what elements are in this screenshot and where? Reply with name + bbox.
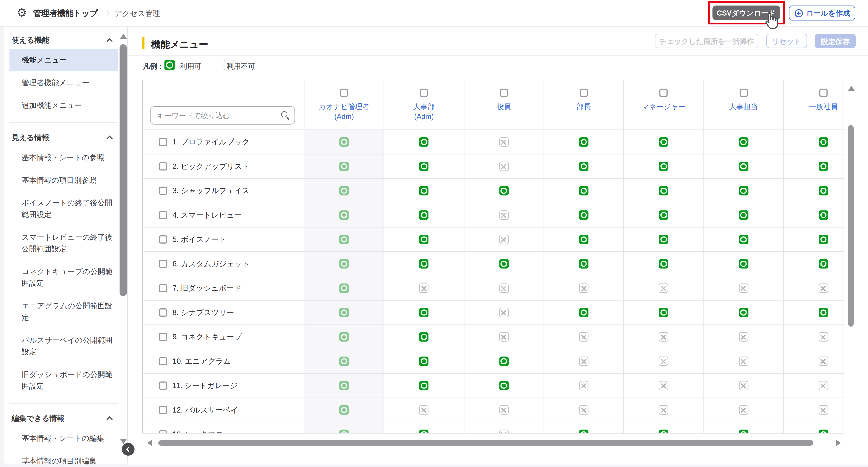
- permission-cell[interactable]: [464, 154, 544, 178]
- role-name-link[interactable]: 役員: [497, 102, 511, 112]
- permission-cell[interactable]: [464, 374, 544, 398]
- sidebar-item[interactable]: スマートレビューの終了後公開範囲設定: [9, 226, 119, 260]
- sidebar-item[interactable]: 機能メニュー: [9, 49, 119, 71]
- table-horizontal-scrollbar[interactable]: [147, 439, 842, 446]
- sidebar-scrollbar[interactable]: [119, 27, 128, 465]
- permission-cell[interactable]: [784, 301, 844, 324]
- breadcrumb-root[interactable]: 管理者機能トップ: [33, 8, 98, 19]
- permission-cell[interactable]: [784, 252, 844, 276]
- permission-cell[interactable]: [304, 252, 384, 276]
- permission-cell[interactable]: [384, 301, 464, 324]
- permission-cell[interactable]: [544, 179, 624, 203]
- sidebar-item[interactable]: 旧ダッシュボードの公開範囲設定: [9, 363, 119, 398]
- role-select-checkbox[interactable]: [340, 89, 348, 97]
- permission-cell[interactable]: [464, 398, 544, 422]
- permission-cell[interactable]: [544, 227, 624, 251]
- sidebar-item[interactable]: 基本情報・シートの編集: [9, 427, 119, 449]
- feature-checkbox[interactable]: [159, 308, 167, 317]
- permission-cell[interactable]: [784, 130, 844, 154]
- feature-checkbox[interactable]: [159, 211, 167, 219]
- permission-cell[interactable]: [304, 398, 384, 422]
- permission-cell[interactable]: [704, 252, 784, 276]
- permission-cell[interactable]: [384, 130, 464, 154]
- role-select-checkbox[interactable]: [819, 89, 828, 97]
- feature-checkbox[interactable]: [159, 284, 167, 292]
- permission-cell[interactable]: [544, 423, 624, 433]
- role-name-link[interactable]: 部長: [577, 102, 591, 112]
- permission-cell[interactable]: [544, 374, 624, 398]
- permission-cell[interactable]: [464, 423, 544, 433]
- permission-cell[interactable]: [704, 423, 784, 433]
- save-settings-button[interactable]: 設定保存: [815, 34, 856, 48]
- scroll-up-icon[interactable]: [848, 86, 855, 91]
- permission-cell[interactable]: [464, 130, 544, 154]
- permission-cell[interactable]: [304, 179, 384, 203]
- permission-cell[interactable]: [624, 349, 704, 373]
- permission-cell[interactable]: [624, 227, 704, 251]
- permission-cell[interactable]: [704, 374, 784, 398]
- permission-cell[interactable]: [784, 179, 844, 203]
- permission-cell[interactable]: [544, 276, 624, 300]
- permission-cell[interactable]: [624, 179, 704, 203]
- feature-checkbox[interactable]: [159, 406, 167, 414]
- permission-cell[interactable]: [784, 154, 844, 178]
- permission-cell[interactable]: [624, 130, 704, 154]
- sidebar-item[interactable]: 基本情報の項目別編集: [9, 449, 119, 465]
- sidebar-item[interactable]: パルスサーベイの公開範囲設定: [9, 329, 119, 363]
- permission-cell[interactable]: [704, 349, 784, 373]
- role-name-link[interactable]: 人事担当: [729, 102, 758, 112]
- scroll-left-icon[interactable]: [147, 439, 152, 446]
- permission-cell[interactable]: [624, 154, 704, 178]
- create-role-button[interactable]: ロールを作成: [789, 5, 856, 21]
- permission-cell[interactable]: [624, 252, 704, 276]
- permission-cell[interactable]: [704, 398, 784, 422]
- permission-cell[interactable]: [464, 203, 544, 227]
- permission-cell[interactable]: [304, 423, 384, 433]
- permission-cell[interactable]: [704, 301, 784, 324]
- permission-cell[interactable]: [464, 301, 544, 324]
- permission-cell[interactable]: [384, 423, 464, 433]
- permission-cell[interactable]: [624, 276, 704, 300]
- permission-cell[interactable]: [544, 349, 624, 373]
- permission-cell[interactable]: [544, 154, 624, 178]
- permission-cell[interactable]: [384, 203, 464, 227]
- permission-cell[interactable]: [544, 130, 624, 154]
- permission-cell[interactable]: [384, 227, 464, 251]
- sidebar-item[interactable]: コネクトキューブの公開範囲設定: [9, 260, 119, 294]
- vertical-scrollbar-thumb[interactable]: [848, 125, 854, 326]
- bulk-operation-button[interactable]: チェックした箇所を一括操作: [655, 34, 758, 48]
- sidebar-section-header[interactable]: 見える情報: [9, 130, 119, 146]
- permission-cell[interactable]: [304, 227, 384, 251]
- permission-cell[interactable]: [544, 203, 624, 227]
- feature-checkbox[interactable]: [159, 162, 167, 170]
- permission-cell[interactable]: [464, 276, 544, 300]
- permission-cell[interactable]: [624, 374, 704, 398]
- role-name-link[interactable]: 人事部(Adm): [413, 102, 435, 122]
- permission-cell[interactable]: [304, 349, 384, 373]
- permission-cell[interactable]: [784, 203, 844, 227]
- permission-cell[interactable]: [784, 276, 844, 300]
- role-name-link[interactable]: カオナビ管理者(Adm): [319, 102, 370, 122]
- permission-cell[interactable]: [304, 276, 384, 300]
- feature-checkbox[interactable]: [159, 430, 167, 433]
- permission-cell[interactable]: [624, 398, 704, 422]
- permission-cell[interactable]: [464, 179, 544, 203]
- sidebar-item[interactable]: 管理者機能メニュー: [9, 71, 119, 94]
- permission-cell[interactable]: [304, 325, 384, 349]
- permission-cell[interactable]: [304, 374, 384, 398]
- permission-cell[interactable]: [464, 227, 544, 251]
- role-name-link[interactable]: 一般社員: [809, 102, 838, 112]
- sidebar-item[interactable]: 追加機能メニュー: [9, 94, 119, 117]
- sidebar-collapse-button[interactable]: [122, 443, 134, 456]
- role-select-checkbox[interactable]: [500, 89, 508, 97]
- feature-checkbox[interactable]: [159, 187, 167, 195]
- permission-cell[interactable]: [544, 252, 624, 276]
- permission-cell[interactable]: [624, 301, 704, 324]
- permission-cell[interactable]: [544, 301, 624, 324]
- permission-cell[interactable]: [544, 325, 624, 349]
- permission-cell[interactable]: [784, 325, 844, 349]
- permission-cell[interactable]: [464, 349, 544, 373]
- permission-cell[interactable]: [384, 349, 464, 373]
- permission-cell[interactable]: [624, 423, 704, 433]
- permission-cell[interactable]: [304, 301, 384, 324]
